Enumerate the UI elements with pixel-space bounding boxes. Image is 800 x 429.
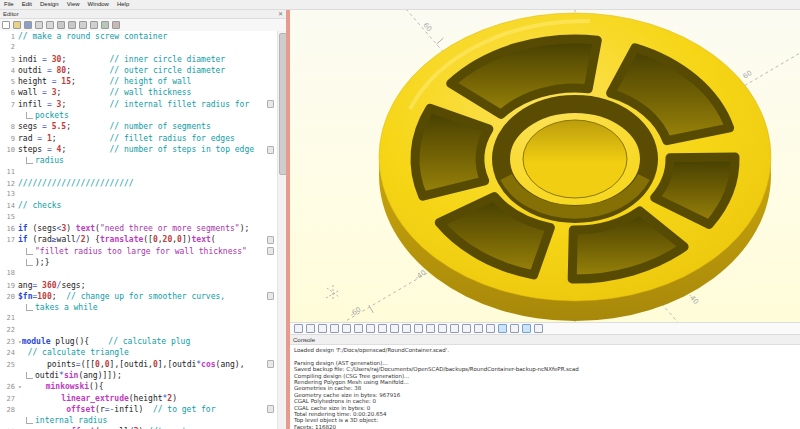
code-text: takes a while (35, 302, 277, 313)
code-row: 3indi = 30; // inner circle diameter (0, 54, 277, 65)
line-number: 6 (0, 88, 18, 99)
code-row: 18 (0, 268, 277, 279)
line-number: 25 (0, 360, 18, 371)
undo-icon[interactable] (35, 21, 43, 29)
wrap-marker-icon (267, 405, 274, 413)
preview-icon[interactable] (294, 324, 303, 333)
code-row: 6wall = 3; // wall thickness (0, 87, 277, 98)
view-center-icon[interactable] (486, 324, 495, 333)
editor-close-icon[interactable]: ✕ (278, 11, 283, 17)
render-icon[interactable] (112, 21, 120, 29)
line-number: 23 (0, 337, 18, 348)
menu-item-design[interactable]: Design (36, 0, 63, 9)
code-row: 19ang= 360/segs; (0, 280, 277, 291)
tick-label: -40 (414, 269, 428, 282)
measure-distance-icon[interactable] (522, 324, 531, 333)
menu-item-help[interactable]: Help (113, 0, 133, 9)
menu-item-file[interactable]: File (0, 0, 18, 9)
show-scale-markers-icon[interactable] (378, 324, 387, 333)
code-text: height = 15; // height of wall (18, 76, 277, 87)
editor-title-bar: Editor ✕ (0, 9, 286, 19)
line-number: 2 (0, 42, 18, 53)
uncomment-icon[interactable] (90, 21, 98, 29)
code-text: if (segs<3) text("need three or more seg… (18, 223, 277, 234)
editor-title: Editor (3, 11, 19, 17)
open-icon[interactable] (13, 21, 21, 29)
console-line: Facets: 116820 (294, 424, 796, 429)
wrap-continuation-icon (26, 417, 33, 424)
view-diagonal-icon[interactable] (474, 324, 483, 333)
line-number: 10 (0, 145, 18, 156)
new-file-icon[interactable] (2, 21, 10, 29)
code-row: 13 (0, 189, 277, 200)
perspective-icon[interactable] (498, 324, 507, 333)
tick-label: -60 (349, 306, 363, 319)
menu-item-window[interactable]: Window (84, 0, 113, 9)
code-text: indi = 30; // inner circle diameter (18, 54, 277, 65)
code-editor[interactable]: 1// make a round screw container23indi =… (0, 31, 277, 429)
view-right-icon[interactable] (402, 324, 411, 333)
code-text: //////////////////////// (18, 178, 277, 189)
wrap-continuation-icon (26, 304, 33, 311)
menu-item-edit[interactable]: Edit (18, 0, 36, 9)
save-icon[interactable] (24, 21, 32, 29)
view-left-icon[interactable] (438, 324, 447, 333)
line-number: 26 (0, 382, 18, 393)
code-text: outdi = 80; // outer circle diameter (18, 65, 277, 76)
menu-item-view[interactable]: View (63, 0, 84, 9)
code-row: 16if (segs<3) text("need three or more s… (0, 223, 277, 234)
code-text: steps = 4; // number of steps in top edg… (18, 144, 267, 155)
preview-icon[interactable] (101, 21, 109, 29)
measure-angle-icon[interactable] (534, 324, 543, 333)
code-row: 28 offset(r=-infil) // to get for (0, 404, 277, 415)
wrap-continuation-icon (26, 259, 33, 266)
view-all-icon[interactable] (318, 324, 327, 333)
code-row: 11 (0, 167, 277, 178)
code-row: 27 linear_extrude(height*2) (0, 393, 277, 404)
wrap-marker-icon (267, 360, 274, 368)
editor-scrollbar[interactable] (277, 31, 286, 429)
view-back-icon[interactable] (462, 324, 471, 333)
render-icon[interactable] (306, 324, 315, 333)
show-axes-icon[interactable] (366, 324, 375, 333)
center-disc (523, 120, 627, 198)
comment-icon[interactable] (79, 21, 87, 29)
orthogonal-icon[interactable] (510, 324, 519, 333)
redo-icon[interactable] (46, 21, 54, 29)
line-number: 24 (0, 348, 18, 359)
code-row: "fillet radius too large for wall thickn… (0, 246, 277, 257)
code-row: );} (0, 257, 277, 268)
3d-render: -60 -40 60 60 -40 (290, 9, 800, 322)
reset-view-icon[interactable] (354, 324, 363, 333)
view-bottom-icon[interactable] (426, 324, 435, 333)
code-text: segs = 5.5; // number of segments (18, 121, 277, 132)
line-number: 15 (0, 212, 18, 223)
show-edges-icon[interactable] (390, 324, 399, 333)
wrap-continuation-icon (26, 248, 33, 255)
line-number: 4 (0, 66, 18, 77)
indent-icon[interactable] (68, 21, 76, 29)
line-number: 9 (0, 134, 18, 145)
code-row: internal radius (0, 415, 277, 426)
model-screw-container (379, 13, 771, 321)
unindent-icon[interactable] (57, 21, 65, 29)
view-top-icon[interactable] (414, 324, 423, 333)
line-number: 18 (0, 268, 18, 279)
code-text: offset(r=-infil) // to get for (18, 404, 267, 415)
line-number: 16 (0, 224, 18, 235)
3d-viewport[interactable]: -60 -40 60 60 -40 (290, 9, 800, 322)
code-text: // make a round screw container (18, 31, 277, 42)
zoom-in-icon[interactable] (330, 324, 339, 333)
line-number: 21 (0, 313, 18, 324)
zoom-out-icon[interactable] (342, 324, 351, 333)
wrap-continuation-icon (26, 112, 33, 119)
line-number: 7 (0, 100, 18, 111)
view-front-icon[interactable] (450, 324, 459, 333)
code-row: 8segs = 5.5; // number of segments (0, 121, 277, 132)
line-number: 20 (0, 292, 18, 303)
code-text: );} (35, 257, 277, 268)
line-number: 11 (0, 167, 18, 178)
code-text: infil = 3; // internal fillet radius for (18, 99, 267, 110)
wrap-marker-icon (267, 292, 274, 300)
line-number: 22 (0, 325, 18, 336)
